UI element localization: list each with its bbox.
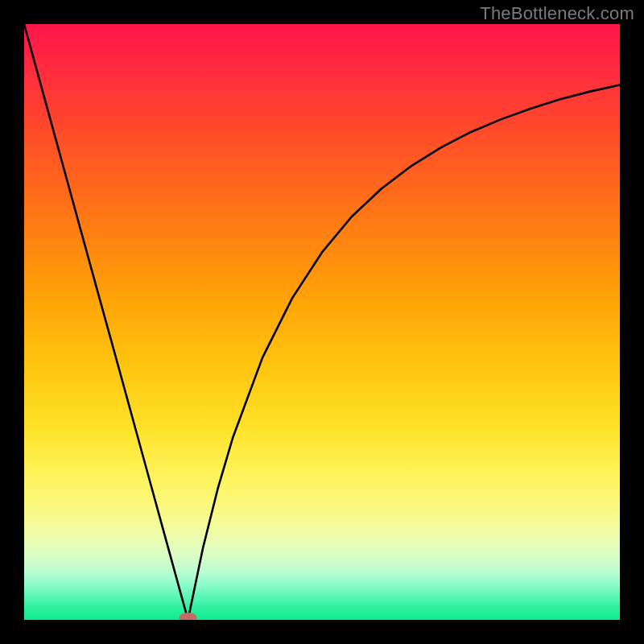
curve-layer	[24, 24, 620, 620]
watermark-text: TheBottleneck.com	[480, 3, 634, 24]
chart-frame: TheBottleneck.com	[0, 0, 644, 644]
minimum-marker	[180, 613, 197, 620]
plot-area	[24, 24, 620, 620]
bottleneck-curve	[24, 24, 620, 620]
